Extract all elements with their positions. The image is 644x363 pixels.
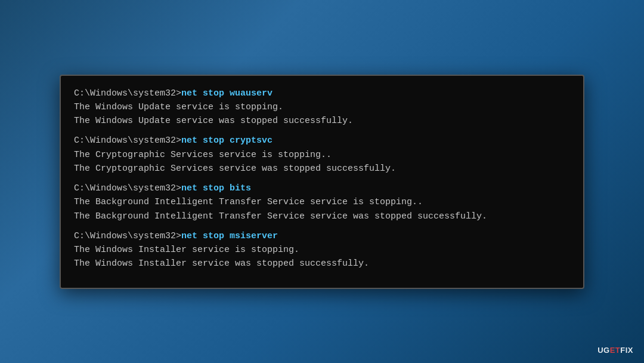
command-3: net stop msiserver bbox=[181, 231, 278, 241]
output-line-1-1: The Cryptographic Services service was s… bbox=[74, 164, 396, 174]
output-line-0-1: The Windows Update service was stopped s… bbox=[74, 116, 353, 126]
prompt-0: C:\Windows\system32> bbox=[74, 88, 181, 99]
output-line-1-0: The Cryptographic Services service is st… bbox=[74, 150, 332, 160]
output-line-3-0: The Windows Installer service is stoppin… bbox=[74, 245, 299, 255]
cmd-block-1: C:\Windows\system32>net stop cryptsvc Th… bbox=[74, 134, 570, 176]
command-0: net stop wuauserv bbox=[181, 88, 273, 99]
output-line-0-0: The Windows Update service is stopping. bbox=[74, 102, 283, 112]
watermark: UGETFIX bbox=[597, 346, 633, 355]
cmd-block-0: C:\Windows\system32>net stop wuauserv Th… bbox=[74, 87, 570, 128]
cmd-block-3: C:\Windows\system32>net stop msiserver T… bbox=[74, 229, 570, 271]
prompt-3: C:\Windows\system32> bbox=[74, 231, 181, 241]
output-line-2-0: The Background Intelligent Transfer Serv… bbox=[74, 197, 423, 207]
prompt-2: C:\Windows\system32> bbox=[74, 183, 181, 193]
terminal-window: C:\Windows\system32>net stop wuauserv Th… bbox=[60, 75, 584, 289]
command-2: net stop bits bbox=[181, 183, 251, 193]
terminal-content: C:\Windows\system32>net stop wuauserv Th… bbox=[74, 87, 570, 271]
output-line-3-1: The Windows Installer service was stoppe… bbox=[74, 259, 369, 269]
command-1: net stop cryptsvc bbox=[181, 136, 273, 146]
output-line-2-1: The Background Intelligent Transfer Serv… bbox=[74, 211, 487, 222]
prompt-1: C:\Windows\system32> bbox=[74, 136, 181, 146]
cmd-block-2: C:\Windows\system32>net stop bits The Ba… bbox=[74, 182, 570, 223]
